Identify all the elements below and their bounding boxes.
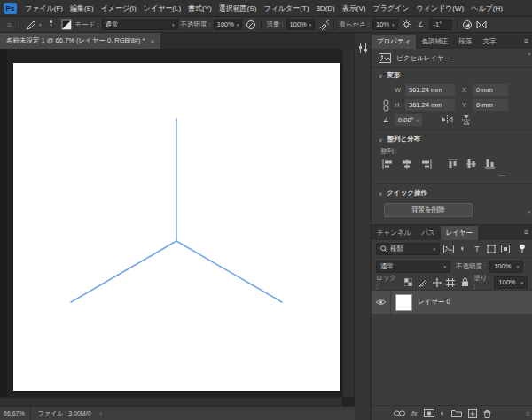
filter-pixel-layers-icon[interactable]	[443, 245, 454, 253]
menu-3d[interactable]: 3D(D)	[312, 0, 338, 17]
blend-mode-select[interactable]: 通常 ▾	[102, 19, 178, 30]
airbrush-icon[interactable]	[317, 19, 329, 31]
home-icon[interactable]: ⌂	[4, 19, 15, 31]
separator	[261, 19, 262, 30]
menu-image[interactable]: イメージ(I)	[98, 0, 140, 17]
link-dimensions-icon[interactable]	[380, 99, 391, 112]
flip-horizontal-icon[interactable]	[442, 115, 453, 126]
fill-select[interactable]: 100% ▾	[494, 276, 528, 289]
tool-preset-chevron-icon[interactable]: ▾	[39, 22, 42, 27]
rotation-select[interactable]: 0.00° ▾	[395, 114, 422, 126]
tab-paths[interactable]: パス	[416, 226, 440, 240]
layer-blend-mode-select[interactable]: 通常 ▾	[376, 261, 450, 273]
menu-file[interactable]: ファイル(F)	[21, 0, 66, 17]
brush-preset-picker[interactable]: 5	[44, 18, 59, 32]
layer-opacity-select[interactable]: 100% ▾	[489, 261, 523, 273]
scroll-down-icon[interactable]: ▾	[528, 209, 530, 214]
align-right-icon[interactable]	[421, 159, 432, 169]
layer-thumbnail[interactable]	[395, 294, 412, 311]
vertical-scrollbar[interactable]	[342, 49, 354, 397]
menu-plugins[interactable]: プラグイン	[369, 0, 412, 17]
filter-type-layers-icon[interactable]: T	[472, 245, 482, 253]
status-bar: 66.67% ファイル : 3.00M/0 ›	[0, 406, 355, 420]
chevron-down-icon: ∨	[379, 191, 382, 197]
menu-view[interactable]: 表示(V)	[339, 0, 370, 17]
delete-layer-icon[interactable]	[483, 409, 491, 418]
layer-filter-select[interactable]: 種類 ▾	[376, 243, 440, 255]
filter-adjustment-layers-icon[interactable]: ◐	[458, 245, 468, 253]
lock-position-icon[interactable]	[432, 278, 442, 287]
y-input[interactable]: 0 mm	[473, 99, 508, 111]
tab-adjustments[interactable]: 色調補正	[416, 35, 453, 49]
tab-layers[interactable]: レイヤー	[441, 226, 479, 240]
pressure-opacity-icon[interactable]	[245, 19, 256, 31]
canvas[interactable]	[13, 63, 340, 391]
layer-visibility-toggle[interactable]	[372, 291, 391, 314]
document-tab[interactable]: 名称未設定 1 @ 66.7% (レイヤー 0, RGB/8#) * ×	[0, 33, 160, 49]
status-expander-icon[interactable]: ›	[100, 410, 102, 416]
layer-mask-icon[interactable]	[424, 409, 434, 417]
filter-smart-objects-icon[interactable]	[500, 245, 511, 253]
menu-help[interactable]: ヘルプ(H)	[467, 0, 506, 17]
filter-shape-layers-icon[interactable]	[486, 245, 497, 253]
transform-section-header[interactable]: ∨ 変形	[372, 68, 532, 82]
new-layer-icon[interactable]	[468, 409, 477, 418]
gear-icon[interactable]	[401, 19, 412, 31]
align-center-horizontal-icon[interactable]	[402, 159, 412, 169]
quick-actions-header[interactable]: ∨ クイック操作	[372, 186, 532, 200]
lock-all-icon[interactable]	[459, 277, 470, 287]
properties-tab-bar: プロパティ 色調補正 段落 文字 ≡	[372, 34, 532, 49]
brush-settings-panel-toggle-icon[interactable]	[61, 19, 73, 31]
brush-tool-icon[interactable]	[25, 19, 36, 31]
adjustment-layer-icon[interactable]: ◐	[441, 409, 445, 417]
tab-character[interactable]: 文字	[477, 35, 501, 49]
panel-menu-icon[interactable]: ≡	[524, 36, 528, 45]
layer-style-icon[interactable]: fx	[411, 409, 417, 417]
tab-channels[interactable]: チャンネル	[372, 226, 416, 240]
tab-paragraph[interactable]: 段落	[453, 35, 477, 49]
align-top-icon[interactable]	[448, 159, 458, 169]
close-icon[interactable]: ×	[151, 37, 155, 45]
document-area	[0, 49, 355, 406]
lock-pixels-icon[interactable]	[418, 278, 428, 287]
brush-size-value: 5	[50, 24, 52, 28]
menu-select[interactable]: 選択範囲(S)	[215, 0, 261, 17]
resize-grip-icon[interactable]: ⠿	[526, 411, 529, 418]
filter-toggle-pin-icon[interactable]	[517, 244, 528, 253]
new-group-icon[interactable]	[451, 409, 462, 417]
align-bottom-icon[interactable]	[485, 159, 495, 169]
menu-filter[interactable]: フィルター(T)	[260, 0, 312, 17]
horizontal-scrollbar[interactable]	[0, 397, 342, 406]
lock-artboard-icon[interactable]	[445, 278, 456, 287]
align-center-vertical-icon[interactable]	[466, 159, 476, 169]
tab-properties[interactable]: プロパティ	[372, 35, 416, 49]
flip-vertical-icon[interactable]	[462, 114, 473, 127]
layer-name[interactable]: レイヤー 0	[418, 298, 450, 307]
align-section-header[interactable]: ∨ 整列と分布	[372, 132, 532, 146]
menu-edit[interactable]: 編集(E)	[66, 0, 98, 17]
remove-background-button[interactable]: 背景を削除	[384, 203, 473, 217]
x-input[interactable]: 0 mm	[473, 84, 508, 96]
smoothing-select[interactable]: 10% ▾	[372, 19, 398, 30]
brush-angle-input[interactable]: -1°	[429, 19, 452, 30]
link-layers-icon[interactable]	[394, 410, 405, 416]
menu-type[interactable]: 書式(Y)	[184, 0, 215, 17]
align-more-button[interactable]: ...	[372, 171, 532, 182]
width-input[interactable]: 361.24 mm	[405, 84, 455, 96]
layer-row-selected[interactable]: レイヤー 0	[372, 291, 532, 314]
collapsed-panel-icon[interactable]	[355, 37, 371, 58]
opacity-select[interactable]: 100% ▾	[214, 19, 243, 30]
align-left-icon[interactable]	[382, 159, 393, 169]
lock-transparency-icon[interactable]	[403, 278, 414, 286]
pressure-size-icon[interactable]	[462, 19, 473, 31]
paint-symmetry-icon[interactable]	[476, 19, 488, 31]
zoom-level-input[interactable]: 66.67%	[0, 407, 31, 420]
height-input[interactable]: 361.24 mm	[405, 99, 455, 111]
chevron-down-icon: ▾	[392, 22, 395, 27]
align-label-row: 整列 :	[372, 146, 532, 157]
scroll-up-icon[interactable]: ▴	[528, 51, 530, 56]
menu-window[interactable]: ウィンドウ(W)	[412, 0, 467, 17]
flow-select[interactable]: 100% ▾	[286, 19, 316, 30]
menu-layer[interactable]: レイヤー(L)	[140, 0, 184, 17]
panel-menu-icon[interactable]: ≡	[524, 228, 528, 237]
